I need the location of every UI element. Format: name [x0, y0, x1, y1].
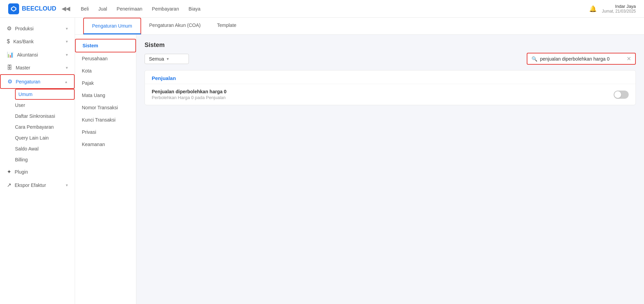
sidebar: ⚙ Produksi ▾ $ Kas/Bank ▾ 📊 Akuntansi ▾ …: [0, 18, 75, 304]
kasbank-arrow-icon: ▾: [66, 39, 68, 44]
ekspor-efaktur-arrow-icon: ▾: [66, 183, 68, 188]
setting-row-title: Penjualan diperbolehkan harga 0: [152, 89, 226, 94]
ekspor-efaktur-icon: ↗: [7, 182, 11, 188]
second-sidebar-perusahaan[interactable]: Perusahaan: [75, 52, 136, 65]
sidebar-sub-item-query-lain[interactable]: Query Lain Lain: [15, 132, 75, 143]
sidebar-sub-item-daftar-sinkronisasi[interactable]: Daftar Sinkronisasi: [15, 111, 75, 122]
second-sidebar-privasi[interactable]: Privasi: [75, 126, 136, 138]
nav-penerimaan[interactable]: Penerimaan: [117, 5, 143, 13]
filter-select-chevron-icon: ▾: [167, 57, 169, 61]
filter-select[interactable]: Semua ▾: [145, 54, 189, 64]
top-nav-right: 🔔 Indar Jaya Jumat, 21/03/2025: [589, 4, 636, 14]
sidebar-label-akuntansi: Akuntansi: [17, 52, 62, 58]
sidebar-sub-item-billing[interactable]: Billing: [15, 154, 75, 165]
sidebar-item-produksi[interactable]: ⚙ Produksi ▾: [0, 22, 75, 35]
second-sidebar-kota[interactable]: Kota: [75, 65, 136, 77]
sidebar-sub-item-cara-pembayaran[interactable]: Cara Pembayaran: [15, 122, 75, 132]
sidebar-item-akuntansi[interactable]: 📊 Akuntansi ▾: [0, 48, 75, 61]
clear-search-icon[interactable]: ✕: [627, 55, 631, 62]
top-nav-items: Beli Jual Penerimaan Pembayaran Biaya: [81, 5, 578, 13]
akuntansi-icon: 📊: [7, 51, 14, 58]
sidebar-item-pengaturan[interactable]: ⚙ Pengaturan ▴: [0, 74, 75, 89]
collapse-button[interactable]: ◀◀: [62, 5, 70, 12]
produksi-icon: ⚙: [7, 25, 12, 32]
second-sidebar-pajak[interactable]: Pajak: [75, 77, 136, 89]
tab-template[interactable]: Template: [209, 18, 245, 34]
sidebar-item-kasbank[interactable]: $ Kas/Bank ▾: [0, 35, 75, 48]
nav-biaya[interactable]: Biaya: [189, 5, 200, 13]
master-icon: 🗄: [7, 65, 12, 71]
second-sidebar-mata-uang[interactable]: Mata Uang: [75, 89, 136, 101]
master-arrow-icon: ▾: [66, 65, 68, 70]
second-sidebar-kunci-transaksi[interactable]: Kunci Transaksi: [75, 114, 136, 126]
second-sidebar-nomor-transaksi[interactable]: Nomor Transaksi: [75, 101, 136, 114]
sidebar-sub-item-umum[interactable]: Umum: [15, 89, 75, 100]
sidebar-sub-item-saldo-awal[interactable]: Saldo Awal: [15, 143, 75, 154]
second-sidebar-sistem[interactable]: Sistem: [75, 39, 136, 52]
nav-beli[interactable]: Beli: [81, 5, 89, 13]
sidebar-sub-item-user[interactable]: User: [15, 100, 75, 111]
sidebar-item-master[interactable]: 🗄 Master ▾: [0, 61, 75, 74]
sidebar-label-ekspor-efaktur: Ekspor Efaktur: [15, 182, 62, 188]
sidebar-item-ekspor-efaktur[interactable]: ↗ Ekspor Efaktur ▾: [0, 178, 75, 192]
plugin-icon: ✦: [7, 169, 11, 175]
search-box: 🔍 ✕: [527, 53, 636, 65]
user-info: Indar Jaya Jumat, 21/03/2025: [602, 4, 636, 14]
sidebar-label-produksi: Produksi: [15, 26, 62, 31]
produksi-arrow-icon: ▾: [66, 26, 68, 31]
nav-jual[interactable]: Jual: [98, 5, 107, 13]
search-icon: 🔍: [531, 56, 537, 62]
tab-pengaturan-akun[interactable]: Pengaturan Akun (COA): [141, 18, 209, 34]
inner-layout: Sistem Perusahaan Kota Pajak Mata Uang N…: [75, 35, 644, 304]
user-name: Indar Jaya: [602, 4, 636, 9]
pengaturan-arrow-icon: ▴: [65, 79, 67, 84]
toggle-penjualan-harga-0[interactable]: [614, 91, 629, 99]
sidebar-label-plugin: Plugin: [15, 169, 68, 175]
main-layout: ⚙ Produksi ▾ $ Kas/Bank ▾ 📊 Akuntansi ▾ …: [0, 18, 644, 304]
filter-select-value: Semua: [149, 56, 164, 62]
logo-text: BEECLOUD: [22, 5, 56, 12]
app-logo[interactable]: BEECLOUD ◀◀: [8, 3, 70, 14]
notification-bell-icon[interactable]: 🔔: [589, 5, 597, 13]
search-input[interactable]: [540, 56, 624, 62]
nav-pembayaran[interactable]: Pembayaran: [152, 5, 179, 13]
akuntansi-arrow-icon: ▾: [66, 52, 68, 57]
pengaturan-icon: ⚙: [8, 78, 12, 85]
right-area: Pengaturan Umum Pengaturan Akun (COA) Te…: [75, 18, 644, 304]
kasbank-icon: $: [7, 38, 10, 45]
filter-row: Semua ▾ 🔍 ✕: [136, 53, 644, 70]
setting-row-penjualan-harga-0: Penjualan diperbolehkan harga 0 Perboleh…: [145, 84, 635, 105]
sidebar-item-plugin[interactable]: ✦ Plugin: [0, 165, 75, 178]
tabs-bar: Pengaturan Umum Pengaturan Akun (COA) Te…: [75, 18, 644, 35]
user-date: Jumat, 21/03/2025: [602, 9, 636, 14]
second-sidebar-keamanan[interactable]: Keamanan: [75, 138, 136, 150]
sidebar-label-master: Master: [16, 65, 62, 70]
tab-pengaturan-umum[interactable]: Pengaturan Umum: [83, 18, 141, 34]
top-navigation: BEECLOUD ◀◀ Beli Jual Penerimaan Pembaya…: [0, 0, 644, 18]
second-sidebar: Sistem Perusahaan Kota Pajak Mata Uang N…: [75, 35, 136, 304]
pengaturan-sub-menu: Umum User Daftar Sinkronisasi Cara Pemba…: [0, 89, 75, 165]
sidebar-label-kasbank: Kas/Bank: [13, 39, 62, 44]
setting-row-description: Perbolehkan Harga 0 pada Penjualan: [152, 95, 226, 100]
section-title: Sistem: [136, 35, 644, 53]
logo-icon: [8, 3, 19, 14]
setting-card-penjualan: Penjualan Penjualan diperbolehkan harga …: [145, 70, 636, 105]
setting-row-info: Penjualan diperbolehkan harga 0 Perboleh…: [152, 89, 226, 100]
setting-group-header-penjualan[interactable]: Penjualan: [145, 70, 635, 84]
sidebar-label-pengaturan: Pengaturan: [16, 79, 62, 84]
content-panel: Sistem Semua ▾ 🔍 ✕ Penjualan: [136, 35, 644, 304]
